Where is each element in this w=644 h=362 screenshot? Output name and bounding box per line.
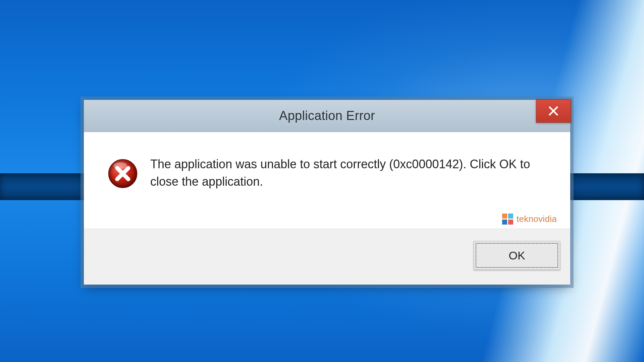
- svg-point-5: [113, 162, 127, 169]
- close-icon: [548, 106, 559, 116]
- close-button[interactable]: [536, 99, 571, 123]
- dialog-titlebar[interactable]: Application Error: [84, 100, 570, 132]
- ok-button[interactable]: OK: [474, 241, 560, 270]
- error-dialog: Application Error: [84, 100, 570, 285]
- watermark-text: teknovidia: [517, 214, 557, 224]
- watermark: teknovidia: [502, 214, 557, 225]
- dialog-button-bar: OK: [84, 229, 570, 285]
- error-message-text: The application was unable to start corr…: [150, 156, 549, 190]
- error-x-icon: [107, 158, 138, 189]
- dialog-title: Application Error: [279, 109, 375, 123]
- watermark-logo-icon: [502, 214, 513, 225]
- dialog-body: The application was unable to start corr…: [84, 132, 570, 229]
